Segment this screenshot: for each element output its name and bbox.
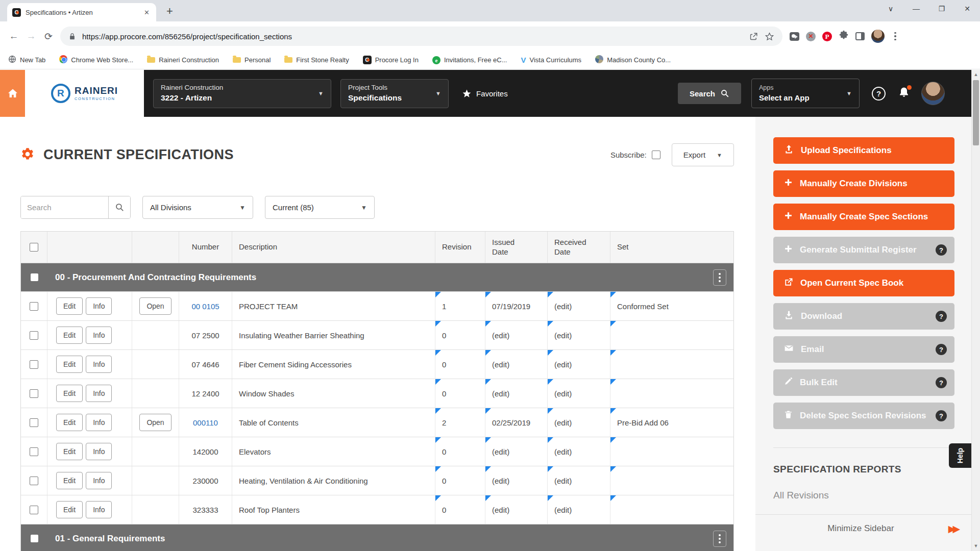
issued-date-cell[interactable]: (edit) <box>485 350 548 379</box>
received-date-cell[interactable]: (edit) <box>548 466 610 495</box>
upload-specifications-button[interactable]: Upload Specifications <box>773 137 954 164</box>
received-date-cell[interactable]: (edit) <box>548 408 610 437</box>
project-picker-dropdown[interactable]: Raineri Construction 3222 - Artizen ▼ <box>153 79 331 108</box>
favorites-button[interactable]: Favorites <box>462 89 508 98</box>
set-cell[interactable] <box>610 437 733 466</box>
bookmark-item[interactable]: Personal <box>233 56 271 64</box>
row-checkbox[interactable] <box>30 418 38 427</box>
window-close-button[interactable]: ✕ <box>954 0 980 17</box>
generate-submittal-register-button[interactable]: Generate Submittal Register? <box>773 237 954 263</box>
home-button[interactable] <box>0 70 25 117</box>
settings-gear-icon[interactable] <box>20 147 35 163</box>
edit-button[interactable]: Edit <box>56 443 83 460</box>
bookmark-item[interactable]: CProcore Log In <box>363 56 419 64</box>
divisions-filter-dropdown[interactable]: All Divisions ▼ <box>142 196 253 219</box>
received-date-cell[interactable]: (edit) <box>548 321 610 349</box>
browser-menu-icon[interactable] <box>891 32 899 41</box>
page-scrollbar[interactable]: ▲ ▼ <box>971 70 980 551</box>
info-button[interactable]: Info <box>86 327 112 344</box>
help-icon[interactable]: ? <box>872 87 886 101</box>
set-cell[interactable] <box>610 466 733 495</box>
email-button[interactable]: Email? <box>773 336 954 363</box>
edit-button[interactable]: Edit <box>56 297 83 315</box>
row-checkbox[interactable] <box>30 477 38 485</box>
edit-button[interactable]: Edit <box>56 327 83 344</box>
row-checkbox[interactable] <box>30 360 38 369</box>
extensions-puzzle-icon[interactable] <box>839 30 849 42</box>
question-mark-icon[interactable]: ? <box>936 311 947 322</box>
help-tab[interactable]: Help <box>949 443 971 468</box>
row-checkbox[interactable] <box>30 389 38 398</box>
received-date-cell[interactable]: (edit) <box>548 495 610 524</box>
issued-date-cell[interactable]: (edit) <box>485 466 548 495</box>
scrollbar-thumb[interactable] <box>973 80 979 145</box>
pinterest-extension-icon[interactable]: P <box>822 32 832 41</box>
search-button[interactable]: Search <box>678 83 741 104</box>
section-checkbox[interactable] <box>31 273 38 281</box>
notifications-button[interactable] <box>898 86 910 101</box>
issued-date-cell[interactable]: (edit) <box>485 437 548 466</box>
download-button[interactable]: Download? <box>773 303 954 330</box>
user-avatar[interactable] <box>921 82 945 105</box>
subscribe-checkbox[interactable] <box>652 151 660 159</box>
issued-date-cell[interactable]: (edit) <box>485 379 548 408</box>
blocked-extension-icon[interactable]: ✕ <box>806 32 816 41</box>
info-button[interactable]: Info <box>86 297 112 315</box>
section-checkbox[interactable] <box>31 535 38 542</box>
set-cell[interactable]: Conformed Set <box>610 292 733 320</box>
delete-spec-section-revisions-button[interactable]: Delete Spec Section Revisions? <box>773 403 954 429</box>
info-button[interactable]: Info <box>86 414 112 431</box>
section-menu-button[interactable] <box>713 531 726 547</box>
window-maximize-button[interactable]: ❐ <box>929 0 954 17</box>
issued-date-cell[interactable]: (edit) <box>485 495 548 524</box>
row-checkbox[interactable] <box>30 447 38 456</box>
side-panel-icon[interactable] <box>855 32 865 40</box>
project-tools-dropdown[interactable]: Project Tools Specifications ▼ <box>340 79 449 108</box>
row-checkbox[interactable] <box>30 506 38 514</box>
set-cell[interactable]: Pre-Bid Add 06 <box>610 408 733 437</box>
info-button[interactable]: Info <box>86 356 112 373</box>
revision-cell[interactable]: 1 <box>435 292 485 320</box>
edit-button[interactable]: Edit <box>56 356 83 373</box>
revision-cell[interactable]: 0 <box>435 466 485 495</box>
spec-number-link[interactable]: 00 0105 <box>191 302 219 311</box>
edit-button[interactable]: Edit <box>56 472 83 489</box>
bookmark-item[interactable]: VVista Curriculums <box>521 56 581 64</box>
received-date-cell[interactable]: (edit) <box>548 292 610 320</box>
all-revisions-link[interactable]: All Revisions <box>773 490 956 501</box>
revision-cell[interactable]: 0 <box>435 437 485 466</box>
revision-cell[interactable]: 0 <box>435 379 485 408</box>
bookmark-item[interactable]: First Stone Realty <box>284 56 349 64</box>
set-cell[interactable] <box>610 350 733 379</box>
bulk-edit-button[interactable]: Bulk Edit? <box>773 369 954 396</box>
reload-icon[interactable]: ⟳ <box>40 31 57 42</box>
set-cell[interactable] <box>610 379 733 408</box>
edit-button[interactable]: Edit <box>56 501 83 518</box>
info-button[interactable]: Info <box>86 472 112 489</box>
forward-icon[interactable]: → <box>22 31 40 42</box>
received-date-cell[interactable]: (edit) <box>548 350 610 379</box>
received-date-cell[interactable]: (edit) <box>548 437 610 466</box>
window-minimize-button[interactable]: — <box>903 0 929 17</box>
revision-cell[interactable]: 0 <box>435 321 485 349</box>
browser-profile-avatar[interactable] <box>871 30 885 43</box>
issued-date-cell[interactable]: (edit) <box>485 321 548 349</box>
open-current-spec-book-button[interactable]: Open Current Spec Book <box>773 270 954 296</box>
question-mark-icon[interactable]: ? <box>936 344 947 355</box>
tab-close-icon[interactable]: ✕ <box>142 9 151 16</box>
set-cell[interactable] <box>610 495 733 524</box>
revision-cell[interactable]: 0 <box>435 495 485 524</box>
manually-create-spec-sections-button[interactable]: Manually Create Spec Sections <box>773 204 954 230</box>
row-checkbox[interactable] <box>30 302 38 311</box>
question-mark-icon[interactable]: ? <box>936 244 947 256</box>
search-submit-button[interactable] <box>108 196 130 218</box>
scroll-down-icon[interactable]: ▼ <box>972 543 980 548</box>
manually-create-divisions-button[interactable]: Manually Create Divisions <box>773 170 954 197</box>
spec-number-link[interactable]: 000110 <box>193 418 218 427</box>
bookmark-item[interactable]: eInvitations, Free eC... <box>432 56 507 64</box>
bookmark-item[interactable]: Madison County Co... <box>595 55 671 65</box>
revision-cell[interactable]: 2 <box>435 408 485 437</box>
issued-date-cell[interactable]: 07/19/2019 <box>485 292 548 320</box>
row-checkbox[interactable] <box>30 331 38 340</box>
info-button[interactable]: Info <box>86 501 112 518</box>
